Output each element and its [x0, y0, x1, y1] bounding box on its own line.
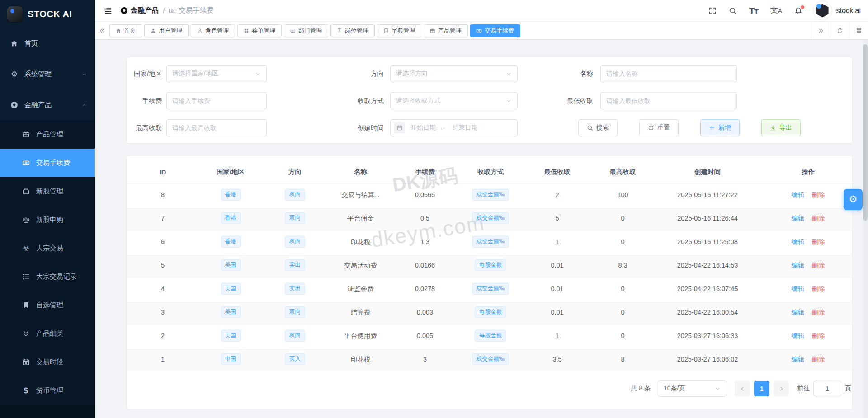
page-size-select[interactable]: 10条/页	[658, 380, 726, 397]
delete-link[interactable]: 删除	[812, 332, 825, 339]
reload-icon	[837, 28, 843, 34]
sidebar-item-system-management[interactable]: ⚙系统管理	[0, 59, 95, 89]
column-header: 方向	[262, 161, 328, 183]
search-button[interactable]	[729, 7, 737, 15]
next-page-button[interactable]	[774, 381, 789, 396]
plus-icon	[709, 125, 715, 131]
user-menu[interactable]: stock ai	[813, 1, 861, 20]
region-tag: 美国	[221, 306, 241, 318]
filter-row: 国家/地区请选择国家/地区方向请选择方向名称	[133, 65, 846, 82]
prev-page-button[interactable]	[735, 381, 750, 396]
sidebar-item-home[interactable]: 首页	[0, 28, 95, 59]
country-placeholder: 请选择国家/地区	[172, 70, 255, 78]
archive-icon	[22, 188, 30, 195]
min-charge-input[interactable]	[600, 92, 737, 109]
edit-link[interactable]: 编辑	[792, 215, 805, 222]
sidebar-item-label: 首页	[24, 39, 38, 48]
delete-link[interactable]: 删除	[812, 285, 825, 292]
reset-button[interactable]: 重置	[639, 119, 679, 136]
scrollbar-thumb[interactable]	[863, 44, 868, 221]
sidebar-item-watchlist-management[interactable]: 自选管理	[0, 291, 95, 319]
sidebar-collapse-button[interactable]	[100, 7, 116, 15]
money-icon	[476, 28, 482, 33]
cell-created: 2025-05-16 11:27:22	[656, 183, 760, 207]
breadcrumb-parent[interactable]: 金融产品	[120, 6, 159, 15]
sidebar-item-block-trade-records[interactable]: 大宗交易记录	[0, 263, 95, 291]
scrollbar[interactable]	[863, 40, 868, 418]
sidebar-item-trading-session[interactable]: 交易时段	[0, 348, 95, 376]
method-tag: 成交金额‰	[472, 236, 509, 248]
notifications-button[interactable]	[794, 7, 802, 15]
tab-user-management[interactable]: 用户管理	[144, 24, 189, 37]
refresh-tab-button[interactable]	[830, 22, 849, 40]
page-number-button[interactable]: 1	[754, 381, 769, 396]
translate-icon: 文A	[770, 7, 782, 14]
sidebar-menu: 首页⚙系统管理金融产品产品管理交易手续费新股管理新股申购☣大宗交易大宗交易记录自…	[0, 28, 95, 405]
delete-link[interactable]: 删除	[812, 356, 825, 363]
method-tag: 成交金额‰	[472, 189, 509, 201]
delete-link[interactable]: 删除	[812, 191, 825, 198]
goto-page-input[interactable]	[813, 381, 841, 396]
delete-link[interactable]: 删除	[812, 238, 825, 245]
edit-link[interactable]: 编辑	[792, 356, 805, 363]
tab-dictionary-management[interactable]: 字典管理	[377, 24, 421, 37]
fullscreen-button[interactable]	[708, 7, 717, 15]
created-time-daterange[interactable]: 开始日期-结束日期	[390, 119, 518, 136]
edit-link[interactable]: 编辑	[792, 309, 805, 316]
sidebar-item-transaction-fee[interactable]: 交易手续费	[0, 149, 95, 177]
table-row: 1中国买入印花税3成交金额‰3.582025-03-27 16:06:02编辑删…	[127, 348, 852, 371]
name-input[interactable]	[600, 65, 737, 82]
tab-position-management[interactable]: 岗位管理	[330, 24, 375, 37]
tabs-scroll-left-button[interactable]	[95, 22, 109, 40]
edit-link[interactable]: 编辑	[792, 262, 805, 269]
delete-link[interactable]: 删除	[812, 309, 825, 316]
country-select[interactable]: 请选择国家/地区	[166, 65, 267, 82]
sidebar-item-currency-management[interactable]: $货币管理	[0, 376, 95, 405]
refresh-icon	[648, 125, 654, 131]
tab-menu-management[interactable]: 菜单管理	[237, 24, 282, 37]
export-button[interactable]: 导出	[761, 119, 801, 136]
tab-home[interactable]: 首页	[109, 24, 142, 37]
sidebar-item-financial-products[interactable]: 金融产品	[0, 89, 95, 120]
delete-link[interactable]: 删除	[812, 215, 825, 222]
direction-select[interactable]: 请选择方向	[390, 65, 518, 82]
edit-link[interactable]: 编辑	[792, 238, 805, 245]
cell-direction: 双向	[262, 207, 328, 230]
tab-product-management[interactable]: 产品管理	[424, 24, 468, 37]
filter-field-country: 国家/地区请选择国家/地区	[133, 65, 341, 82]
sidebar-item-product-management[interactable]: 产品管理	[0, 120, 95, 149]
sidebar-item-new-stock-management[interactable]: 新股管理	[0, 177, 95, 206]
edit-link[interactable]: 编辑	[792, 332, 805, 339]
cell-region: 美国	[199, 277, 262, 301]
tab-department-management[interactable]: 部门管理	[284, 24, 328, 37]
cell-region: 中国	[199, 348, 262, 371]
settings-fab-button[interactable]: ⚙	[844, 189, 863, 210]
tabs-scroll-right-button[interactable]	[811, 22, 830, 40]
tab-label: 角色管理	[205, 27, 229, 35]
sidebar-item-new-stock-subscription[interactable]: 新股申购	[0, 206, 95, 234]
cell-region: 香港	[199, 183, 262, 207]
fee-input[interactable]	[166, 92, 267, 109]
method-tag: 成交金额‰	[472, 353, 509, 365]
cell-actions: 编辑删除	[760, 301, 852, 324]
tab-layout-button[interactable]	[849, 22, 868, 40]
cell-name: 证监会费	[328, 277, 393, 301]
add-button[interactable]: 新增	[700, 119, 740, 136]
direction-tag: 双向	[285, 330, 305, 342]
sidebar-item-block-trade[interactable]: ☣大宗交易	[0, 234, 95, 263]
tab-role-management[interactable]: 角色管理	[191, 24, 235, 37]
cell-id: 8	[127, 183, 199, 207]
font-size-button[interactable]: Tᴛ	[749, 7, 759, 15]
cell-max: 0	[590, 324, 656, 348]
sidebar-item-label: 交易手续费	[36, 159, 70, 167]
language-button[interactable]: 文A	[770, 7, 782, 14]
search-button[interactable]: 搜索	[578, 119, 618, 136]
charge-method-select[interactable]: 请选择收取方式	[390, 92, 518, 109]
max-charge-input[interactable]	[166, 119, 267, 136]
cell-method: 成交金额‰	[457, 183, 524, 207]
tab-transaction-fee[interactable]: 交易手续费	[470, 24, 520, 37]
edit-link[interactable]: 编辑	[792, 191, 805, 198]
sidebar-item-product-subcategory[interactable]: 产品细类	[0, 319, 95, 348]
edit-link[interactable]: 编辑	[792, 285, 805, 292]
delete-link[interactable]: 删除	[812, 262, 825, 269]
